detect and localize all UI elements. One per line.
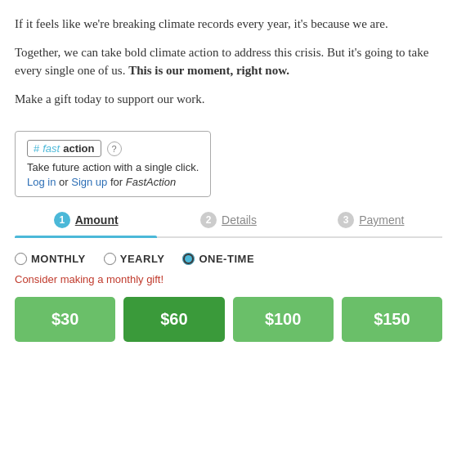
intro-paragraph-2: Together, we can take bold climate actio… bbox=[15, 43, 442, 80]
step-payment[interactable]: 3 Payment bbox=[300, 212, 442, 236]
frequency-selector: MONTHLY YEARLY ONE-TIME bbox=[15, 253, 442, 265]
for-text: for bbox=[107, 176, 125, 188]
fastaction-italic-fast: FastAction bbox=[126, 176, 176, 188]
signup-link[interactable]: Sign up bbox=[71, 176, 107, 188]
intro-p2-bold: This is our moment, right now. bbox=[128, 64, 289, 77]
amount-60[interactable]: $60 bbox=[123, 297, 224, 342]
freq-yearly-label: YEARLY bbox=[120, 253, 165, 265]
fastaction-fast-label: fast bbox=[43, 142, 60, 155]
amount-100[interactable]: $100 bbox=[233, 297, 334, 342]
step-2-label: Details bbox=[222, 213, 257, 227]
fastaction-hash: # bbox=[34, 142, 39, 155]
freq-one-time-radio[interactable] bbox=[182, 253, 195, 265]
fastaction-action-label: action bbox=[63, 142, 94, 155]
freq-yearly-radio[interactable] bbox=[104, 253, 116, 265]
monthly-prompt: Consider making a monthly gift! bbox=[15, 273, 442, 285]
freq-monthly-label: MONTHLY bbox=[31, 253, 86, 265]
freq-yearly[interactable]: YEARLY bbox=[104, 253, 165, 265]
step-amount[interactable]: 1 Amount bbox=[15, 212, 157, 236]
intro-section: If it feels like we're breaking climate … bbox=[15, 15, 442, 108]
step-1-number: 1 bbox=[54, 212, 70, 228]
freq-monthly[interactable]: MONTHLY bbox=[15, 253, 86, 265]
freq-monthly-radio[interactable] bbox=[15, 253, 27, 265]
amount-150[interactable]: $150 bbox=[342, 297, 442, 342]
amount-buttons: $30 $60 $100 $150 bbox=[15, 297, 442, 342]
fastaction-box: #fastaction ? Take future action with a … bbox=[15, 131, 211, 197]
step-1-label: Amount bbox=[75, 213, 119, 227]
fastaction-badge: #fastaction bbox=[27, 140, 101, 157]
step-2-number: 2 bbox=[200, 212, 217, 228]
step-3-label: Payment bbox=[359, 213, 404, 227]
step-details[interactable]: 2 Details bbox=[157, 212, 299, 236]
steps-bar: 1 Amount 2 Details 3 Payment bbox=[15, 212, 442, 238]
fastaction-description: Take future action with a single click. bbox=[27, 161, 199, 173]
fastaction-logo: #fastaction ? bbox=[27, 140, 199, 157]
freq-one-time[interactable]: ONE-TIME bbox=[182, 253, 254, 265]
or-text: or bbox=[56, 176, 71, 188]
help-icon[interactable]: ? bbox=[107, 141, 122, 156]
login-link[interactable]: Log in bbox=[27, 176, 56, 188]
intro-paragraph-1: If it feels like we're breaking climate … bbox=[15, 15, 442, 34]
amount-30[interactable]: $30 bbox=[15, 297, 115, 342]
fastaction-links: Log in or Sign up for FastAction bbox=[27, 176, 199, 188]
step-3-number: 3 bbox=[338, 212, 354, 228]
freq-one-time-label: ONE-TIME bbox=[199, 253, 254, 265]
intro-paragraph-3: Make a gift today to support our work. bbox=[15, 90, 442, 109]
